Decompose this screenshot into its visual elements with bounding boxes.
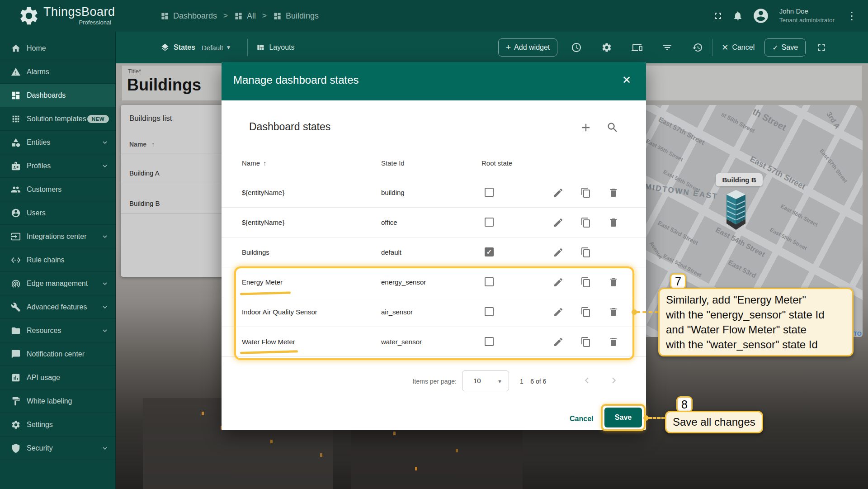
edit-state-button[interactable] [553,247,564,258]
sidebar-item-advanced-features[interactable]: Advanced features [0,295,115,319]
search-icon[interactable] [606,121,619,134]
sidebar-item-home[interactable]: Home [0,37,115,60]
more-menu-icon[interactable]: ⋮ [844,9,860,22]
sidebar-item-dashboards[interactable]: Dashboards [0,84,115,107]
sidebar-item-edge-management[interactable]: Edge management [0,272,115,295]
user-info[interactable]: John Doe Tenant administrator [779,7,835,25]
root-state-checkbox[interactable] [485,277,494,286]
dashboard-states-section-title: Dashboard states [249,121,330,133]
thingsboard-logo-icon [18,5,40,27]
gear-icon [11,420,21,430]
sidebar-item-white-labeling[interactable]: White labeling [0,389,115,413]
street-label: East 57th Street [818,148,849,184]
sidebar-item-notification-center[interactable]: Notification center [0,342,115,366]
street-label: 3rd A [825,110,841,130]
sidebar-item-customers[interactable]: Customers [0,178,115,201]
wifi-icon [11,279,21,289]
sidebar-item-alarms[interactable]: Alarms [0,60,115,84]
sort-asc-icon: ↑ [263,159,267,167]
column-header-name[interactable]: Name↑ [242,159,267,167]
breadcrumb-item-all[interactable]: All [234,11,256,21]
items-per-page-select[interactable]: 10 ▼ [462,370,509,391]
column-header-state-id[interactable]: State Id [381,159,405,167]
step-7-badge: 7 [670,273,686,290]
edit-state-button[interactable] [553,187,564,198]
toolbar-save-button[interactable]: ✓ Save [764,38,806,57]
sidebar-item-api-usage[interactable]: API usage [0,366,115,389]
sidebar-item-settings[interactable]: Settings [0,413,115,437]
version-history-icon[interactable] [692,42,703,53]
duplicate-state-button[interactable] [580,217,591,228]
delete-state-button[interactable] [608,337,619,347]
sidebar-item-profiles[interactable]: Profiles [0,154,115,178]
root-state-checkbox[interactable] [485,337,494,346]
list-item[interactable]: Building B [129,199,160,207]
dialog-cancel-button[interactable]: Cancel [566,413,597,425]
filters-icon[interactable] [662,42,673,53]
add-state-button[interactable] [580,121,592,134]
root-state-checkbox[interactable] [485,307,494,316]
breadcrumb-label: Dashboards [173,11,217,21]
delete-state-button[interactable] [608,187,619,198]
delete-state-button[interactable] [608,307,619,318]
breadcrumb-item-buildings[interactable]: Buildings [273,11,319,21]
layouts-button[interactable]: Layouts [256,43,294,52]
sidebar-item-security[interactable]: Security [0,437,115,460]
sidebar-item-solution-templates[interactable]: Solution templatesNEW [0,107,115,131]
root-state-checkbox[interactable]: ✓ [485,247,494,256]
plus-icon: + [506,43,511,52]
duplicate-state-button[interactable] [580,247,591,258]
duplicate-state-button[interactable] [580,187,591,198]
fullscreen-icon[interactable] [712,10,723,21]
states-value[interactable]: Default [202,44,223,52]
previous-page-button[interactable] [581,375,593,386]
duplicate-state-button[interactable] [580,277,591,288]
thingsboard-app: Title* Buildings Buildings list Name ↑ B… [0,0,868,489]
chevron-down-icon[interactable]: ▼ [226,44,231,51]
avatar[interactable] [752,7,769,24]
sort-asc-icon: ↑ [151,140,155,148]
state-name: ${entityName} [242,189,284,196]
delete-state-button[interactable] [608,217,619,228]
dialog-close-button[interactable]: ✕ [619,73,634,87]
sidebar-item-resources[interactable]: Resources [0,319,115,342]
duplicate-state-button[interactable] [580,307,591,318]
delete-state-button[interactable] [608,277,619,288]
dashboard-title-input[interactable]: Buildings [127,76,201,95]
add-widget-button[interactable]: + Add widget [498,38,557,57]
thingsboard-logo[interactable]: ThingsBoard Professional [18,5,115,27]
map-attribution[interactable]: TO [854,330,862,337]
breadcrumb-item-dashboards[interactable]: Dashboards [160,11,217,21]
next-page-button[interactable] [608,375,620,386]
sidebar-item-rule-chains[interactable]: Rule chains [0,248,115,272]
sidebar-item-users[interactable]: Users [0,201,115,225]
edit-state-button[interactable] [553,307,564,318]
state-row-building: ${entityName}building [222,178,646,208]
entity-aliases-icon[interactable] [632,42,642,53]
chevron-down-icon [101,138,109,147]
list-item[interactable]: Building A [129,169,160,177]
time-window-icon[interactable] [571,42,582,53]
column-header-name[interactable]: Name ↑ [129,140,155,148]
dialog-save-button[interactable]: Save [604,408,642,427]
fullscreen-icon[interactable] [816,42,827,53]
dashboard-settings-icon[interactable] [601,42,612,53]
chevron-down-icon [101,444,109,452]
dashboard-icon [160,12,169,20]
duplicate-state-button[interactable] [580,337,591,347]
sidebar-item-label: Settings [27,421,53,429]
building-marker-icon[interactable] [726,190,745,230]
sidebar-item-integrations-center[interactable]: Integrations center [0,225,115,248]
header-actions: John Doe Tenant administrator ⋮ [712,0,860,32]
edit-state-button[interactable] [553,277,564,288]
edit-state-button[interactable] [553,217,564,228]
root-state-checkbox[interactable] [485,218,494,227]
sidebar-item-label: Home [27,44,46,52]
sidebar-item-entities[interactable]: Entities [0,131,115,154]
root-state-checkbox[interactable] [485,188,494,197]
notifications-bell-icon[interactable] [732,10,743,21]
edit-state-button[interactable] [553,337,564,347]
person-icon [11,208,21,218]
states-button[interactable]: States [174,43,195,52]
toolbar-cancel-button[interactable]: ✕ Cancel [722,43,755,52]
